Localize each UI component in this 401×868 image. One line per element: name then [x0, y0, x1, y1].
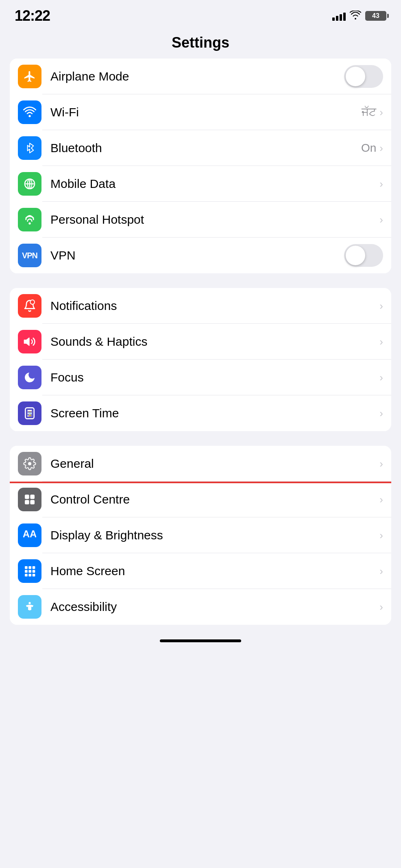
mobile-data-icon: [18, 172, 41, 196]
svg-rect-17: [28, 566, 31, 569]
svg-point-3: [28, 222, 31, 225]
vpn-toggle[interactable]: [344, 244, 383, 267]
screen-time-chevron-icon: ›: [379, 407, 383, 420]
svg-rect-20: [28, 570, 31, 573]
svg-rect-16: [25, 566, 28, 569]
general-row[interactable]: General ›: [10, 446, 391, 482]
sounds-haptics-label: Sounds & Haptics: [50, 335, 379, 349]
mobile-data-chevron-icon: ›: [379, 178, 383, 190]
svg-text:AA: AA: [23, 529, 36, 539]
svg-rect-12: [30, 495, 35, 499]
sounds-haptics-row[interactable]: Sounds & Haptics ›: [10, 324, 391, 360]
airplane-mode-row[interactable]: Airplane Mode: [10, 59, 391, 94]
sounds-haptics-icon: [18, 330, 41, 353]
signal-bar-4: [343, 13, 346, 21]
display-brightness-label: Display & Brightness: [50, 528, 379, 542]
svg-point-10: [28, 462, 31, 465]
airplane-mode-knob: [346, 67, 365, 86]
focus-icon: [18, 366, 41, 389]
signal-bar-3: [340, 14, 342, 21]
general-chevron-icon: ›: [379, 458, 383, 470]
svg-point-5: [30, 300, 35, 304]
svg-rect-18: [33, 566, 35, 569]
svg-rect-14: [30, 500, 35, 504]
control-centre-chevron-icon: ›: [379, 493, 383, 506]
notifications-chevron-icon: ›: [379, 300, 383, 312]
home-screen-label: Home Screen: [50, 564, 379, 578]
personal-hotspot-chevron-icon: ›: [379, 214, 383, 226]
vpn-label-text: VPN: [22, 251, 37, 260]
general-settings-group: General › Control Centre › AA Display & …: [10, 446, 391, 625]
focus-label: Focus: [50, 371, 379, 384]
signal-bar-2: [336, 16, 338, 21]
notifications-row[interactable]: Notifications ›: [10, 288, 391, 324]
home-screen-icon: [18, 559, 41, 583]
svg-rect-23: [28, 574, 31, 577]
personal-hotspot-row[interactable]: Personal Hotspot ›: [10, 202, 391, 238]
battery-level: 43: [372, 12, 379, 20]
display-brightness-chevron-icon: ›: [379, 529, 383, 542]
vpn-row[interactable]: VPN VPN: [10, 238, 391, 273]
battery-icon: 43: [365, 11, 386, 21]
control-centre-icon: [18, 488, 41, 511]
svg-rect-22: [25, 574, 28, 577]
accessibility-label: Accessibility: [50, 600, 379, 614]
svg-text:⌛: ⌛: [27, 411, 33, 417]
svg-rect-11: [25, 495, 29, 499]
home-screen-row[interactable]: Home Screen ›: [10, 553, 391, 589]
focus-row[interactable]: Focus ›: [10, 360, 391, 395]
focus-chevron-icon: ›: [379, 371, 383, 384]
wifi-icon: [18, 100, 41, 124]
signal-bar-1: [332, 17, 335, 21]
wifi-chevron-icon: ›: [379, 106, 383, 119]
notifications-settings-group: Notifications › Sounds & Haptics › Focus…: [10, 288, 391, 431]
hotspot-icon: [18, 208, 41, 231]
airplane-mode-icon: [18, 65, 41, 88]
control-centre-row[interactable]: Control Centre ›: [10, 482, 391, 517]
general-icon: [18, 452, 41, 475]
airplane-mode-label: Airplane Mode: [50, 70, 344, 83]
svg-rect-13: [25, 500, 29, 504]
bluetooth-row[interactable]: Bluetooth On ›: [10, 130, 391, 166]
screen-time-label: Screen Time: [50, 406, 379, 420]
mobile-data-row[interactable]: Mobile Data ›: [10, 166, 391, 202]
control-centre-label: Control Centre: [50, 493, 379, 506]
vpn-icon: VPN: [18, 244, 41, 267]
vpn-knob: [346, 246, 365, 265]
svg-rect-21: [33, 570, 35, 573]
vpn-label: VPN: [50, 249, 344, 262]
wifi-value: ਜੱਟ: [362, 106, 376, 119]
wifi-row[interactable]: Wi-Fi ਜੱਟ ›: [10, 94, 391, 130]
screen-time-row[interactable]: ⌛ Screen Time ›: [10, 395, 391, 431]
bluetooth-icon: [18, 136, 41, 160]
general-label: General: [50, 457, 379, 471]
svg-rect-24: [33, 574, 35, 577]
bluetooth-chevron-icon: ›: [379, 142, 383, 155]
display-brightness-icon: AA: [18, 523, 41, 547]
page-title-bar: Settings: [0, 28, 401, 59]
notifications-icon: [18, 294, 41, 318]
notifications-label: Notifications: [50, 299, 379, 313]
wifi-status-icon: [350, 10, 361, 22]
home-screen-chevron-icon: ›: [379, 565, 383, 578]
status-icons: 43: [332, 10, 386, 22]
mobile-data-label: Mobile Data: [50, 177, 379, 191]
network-settings-group: Airplane Mode Wi-Fi ਜੱਟ › Bluetooth On ›: [10, 59, 391, 273]
personal-hotspot-label: Personal Hotspot: [50, 213, 379, 227]
svg-rect-19: [25, 570, 28, 573]
svg-marker-6: [24, 338, 29, 346]
display-brightness-row[interactable]: AA Display & Brightness ›: [10, 517, 391, 553]
page-title: Settings: [0, 34, 401, 51]
status-bar: 12:22 43: [0, 0, 401, 28]
sounds-haptics-chevron-icon: ›: [379, 336, 383, 348]
bluetooth-value: On: [361, 142, 376, 155]
screen-time-icon: ⌛: [18, 401, 41, 425]
accessibility-row[interactable]: Accessibility ›: [10, 589, 391, 625]
svg-point-25: [28, 602, 31, 604]
svg-point-0: [28, 115, 31, 117]
home-indicator: [160, 639, 241, 642]
bluetooth-label: Bluetooth: [50, 141, 361, 155]
accessibility-icon: [18, 595, 41, 619]
airplane-mode-toggle[interactable]: [344, 65, 383, 88]
status-time: 12:22: [15, 7, 50, 24]
